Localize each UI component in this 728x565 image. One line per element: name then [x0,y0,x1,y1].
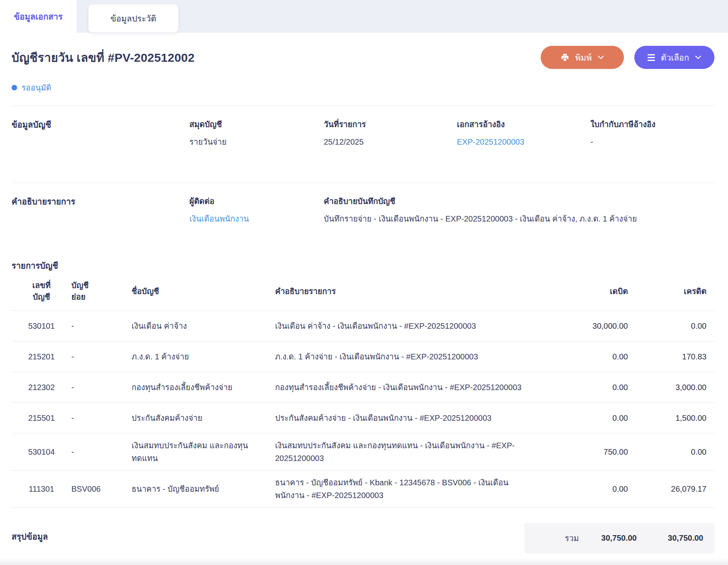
entries-table-header: เลขที่บัญชี บัญชีย่อย ชื่อบัญชี คำอธิบาย… [12,272,714,310]
tax-invoice-field: ใบกำกับภาษีอ้างอิง - [590,118,714,148]
total-label: รวม [535,532,579,545]
table-row: 212302 - กองทุนสำรองเลี้ยงชีพค้างจ่าย กอ… [12,372,714,402]
cell-account-no: 111301 [12,485,71,494]
col-sub-account: บัญชีย่อย [71,280,132,303]
cell-credit: 26,079.17 [628,485,714,494]
contact-link[interactable]: เงินเดือนพนักงาน [189,213,324,225]
menu-lines-icon [647,54,655,61]
print-button-label: พิมพ์ [575,51,592,64]
table-row: 111301 BSV006 ธนาคาร - บัญชีออมทรัพย์ ธน… [12,470,714,508]
summary-total-box: รวม 30,750.00 30,750.00 [524,523,714,553]
book-value: รายวันจ่าย [189,136,324,148]
col-account-name: ชื่อบัญชี [132,286,275,297]
cell-account-no: 215501 [12,414,71,423]
contact-field: ผู้ติดต่อ เงินเดือนพนักงาน [189,195,324,225]
tab-history-info[interactable]: ข้อมูลประวัติ [88,4,179,33]
cell-credit: 0.00 [628,322,714,331]
cell-debit: 750.00 [538,447,628,457]
date-field: วันที่รายการ 25/12/2025 [324,118,457,148]
cell-credit: 170.83 [628,352,714,361]
account-info-section: ข้อมูลบัญชี สมุดบัญชี รายวันจ่าย วันที่ร… [12,106,714,171]
cell-sub-account: - [71,322,132,331]
col-credit: เครดิต [628,286,714,297]
document-detail-panel: บัญชีรายวัน เลขที่ #PV-202512002 พิมพ์ ต… [0,46,728,553]
status-label: รออนุมัติ [22,81,51,94]
cell-account-no: 215201 [12,352,71,361]
table-row: 530104 - เงินสมทบประกันสังคม และกองทุนทด… [12,433,714,470]
cell-account-name: เงินสมทบประกันสังคม และกองทุนทดแทน [132,439,275,465]
status-badge: รออนุมัติ [12,81,714,94]
cell-description: ธนาคาร - บัญชีออมทรัพย์ - Kbank - 123456… [275,476,538,502]
cell-description: ภ.ง.ด. 1 ค้างจ่าย - เงินเดือนพนักงาน - #… [275,350,538,363]
book-label: สมุดบัญชี [189,118,324,131]
reference-doc-link[interactable]: EXP-20251200003 [457,136,590,148]
cell-debit: 0.00 [538,414,628,423]
cell-debit: 0.00 [538,383,628,392]
reference-doc-label: เอกสารอ้างอิง [457,118,590,131]
cell-debit: 0.00 [538,352,628,361]
cell-account-name: เงินเดือน ค่าจ้าง [132,320,275,332]
cell-credit: 0.00 [628,447,714,457]
cell-description: กองทุนสำรองเลี้ยงชีพค้างจ่าย - เงินเดือน… [275,381,538,394]
journal-note-field: คำอธิบายบันทึกบัญชี บันทึกรายจ่าย - เงิน… [324,195,714,225]
journal-note-label: คำอธิบายบันทึกบัญชี [324,195,714,208]
printer-icon [561,53,569,62]
cell-account-name: ประกันสังคมค้างจ่าย [132,412,275,424]
entries-section-title: รายการบัญชี [12,259,714,272]
summary-section: สรุปข้อมูล รวม 30,750.00 30,750.00 [12,523,714,553]
cell-debit: 0.00 [538,485,628,494]
cell-account-no: 212302 [12,383,71,392]
cell-sub-account: - [71,383,132,392]
journal-note-value: บันทึกรายจ่าย - เงินเดือนพนักงาน - EXP-2… [324,213,714,225]
description-section: คำอธิบายรายการ ผู้ติดต่อ เงินเดือนพนักงา… [12,182,714,254]
account-info-title: ข้อมูลบัญชี [12,118,189,148]
cell-account-no: 530104 [12,447,71,457]
options-button[interactable]: ตัวเลือก [634,46,714,69]
cell-credit: 1,500.00 [628,414,714,423]
table-row: 215501 - ประกันสังคมค้างจ่าย ประกันสังคม… [12,402,714,433]
cell-sub-account: - [71,414,132,423]
cell-account-name: ภ.ง.ด. 1 ค้างจ่าย [132,350,275,363]
cell-description: ประกันสังคมค้างจ่าย - เงินเดือนพนักงาน -… [275,412,538,424]
cell-account-no: 530101 [12,322,71,331]
summary-section-title: สรุปข้อมูล [12,530,48,543]
action-buttons: พิมพ์ ตัวเลือก [541,46,714,69]
tax-invoice-label: ใบกำกับภาษีอ้างอิง [590,118,714,131]
book-field: สมุดบัญชี รายวันจ่าย [189,118,324,148]
total-debit: 30,750.00 [579,534,637,543]
chevron-down-icon [695,55,701,59]
table-row: 215201 - ภ.ง.ด. 1 ค้างจ่าย ภ.ง.ด. 1 ค้าง… [12,341,714,372]
table-row: 530101 - เงินเดือน ค่าจ้าง เงินเดือน ค่า… [12,310,714,341]
bottom-fade-divider [0,558,728,565]
cell-credit: 3,000.00 [628,383,714,392]
title-row: บัญชีรายวัน เลขที่ #PV-202512002 พิมพ์ ต… [12,46,714,69]
tab-history-info-label: ข้อมูลประวัติ [110,12,156,25]
col-description: คำอธิบายรายการ [275,286,538,297]
entries-table: เลขที่บัญชี บัญชีย่อย ชื่อบัญชี คำอธิบาย… [12,272,714,508]
cell-account-name: ธนาคาร - บัญชีออมทรัพย์ [132,483,275,495]
cell-sub-account: BSV006 [71,485,132,494]
col-account-no: เลขที่บัญชี [12,280,71,303]
date-value: 25/12/2025 [324,136,457,148]
description-section-title: คำอธิบายรายการ [12,195,189,225]
cell-description: เงินสมทบประกันสังคม และกองทุนทดแทน - เงิ… [275,439,538,465]
contact-label: ผู้ติดต่อ [189,195,324,208]
cell-account-name: กองทุนสำรองเลี้ยงชีพค้างจ่าย [132,381,275,394]
status-dot-icon [12,85,17,90]
reference-doc-field: เอกสารอ้างอิง EXP-20251200003 [457,118,590,148]
page-title: บัญชีรายวัน เลขที่ #PV-202512002 [12,48,195,67]
tab-document-info-label: ข้อมูลเอกสาร [14,10,63,23]
cell-debit: 30,000.00 [538,322,628,331]
cell-sub-account: - [71,447,132,457]
entries-section: รายการบัญชี เลขที่บัญชี บัญชีย่อย ชื่อบั… [12,259,714,508]
col-debit: เดบิต [538,286,628,297]
tab-document-info[interactable]: ข้อมูลเอกสาร [0,0,77,33]
tab-bar: ข้อมูลเอกสาร ข้อมูลประวัติ [0,0,728,33]
date-label: วันที่รายการ [324,118,457,131]
tax-invoice-value: - [590,136,714,148]
cell-sub-account: - [71,352,132,361]
total-credit: 30,750.00 [637,534,703,543]
print-button[interactable]: พิมพ์ [541,46,624,69]
options-button-label: ตัวเลือก [661,51,689,64]
chevron-down-icon [598,55,604,59]
